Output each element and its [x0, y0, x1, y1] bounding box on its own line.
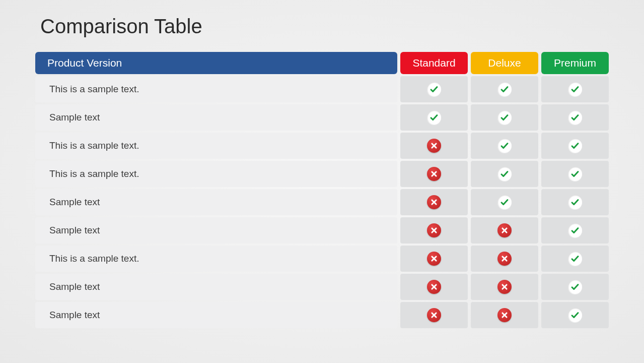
plan-cell [400, 161, 468, 187]
page-title: Comparison Table [40, 15, 609, 38]
plan-cell [471, 76, 538, 102]
cross-icon [427, 280, 441, 294]
cross-icon [497, 252, 512, 266]
plan-cell [471, 217, 538, 244]
cross-icon [427, 139, 441, 153]
plan-cell [541, 189, 609, 215]
check-icon [568, 167, 582, 181]
table-row: This is a sample text. [35, 133, 609, 159]
check-icon [497, 167, 512, 181]
cross-icon [427, 223, 441, 237]
check-icon [568, 82, 582, 96]
feature-label: Sample text [35, 274, 397, 300]
table-row: Sample text [35, 302, 609, 328]
plan-cell [541, 133, 609, 159]
check-icon [568, 280, 582, 294]
plan-cell [541, 274, 609, 300]
feature-label: Sample text [35, 104, 397, 131]
cross-icon [427, 195, 441, 209]
check-icon [568, 223, 582, 237]
feature-label: This is a sample text. [35, 161, 397, 187]
cross-icon [427, 167, 441, 181]
cross-icon [427, 308, 441, 322]
cross-icon [497, 223, 512, 237]
table-header-row: Product Version Standard Deluxe Premium [35, 52, 609, 74]
table-row: Sample text [35, 217, 609, 244]
plan-cell [471, 189, 538, 215]
plan-cell [471, 133, 538, 159]
table-row: Sample text [35, 274, 609, 300]
check-icon [568, 195, 582, 209]
table-row: Sample text [35, 189, 609, 215]
plan-cell [541, 76, 609, 102]
plan-cell [471, 302, 538, 328]
plan-cell [400, 104, 468, 131]
header-plan-standard: Standard [400, 52, 468, 74]
check-icon [427, 82, 441, 96]
header-feature: Product Version [35, 52, 397, 74]
check-icon [568, 110, 582, 125]
plan-cell [541, 161, 609, 187]
header-plan-premium: Premium [541, 52, 609, 74]
plan-cell [471, 246, 538, 272]
comparison-table: Product Version Standard Deluxe Premium … [35, 52, 609, 328]
feature-label: This is a sample text. [35, 246, 397, 272]
plan-cell [400, 133, 468, 159]
check-icon [497, 195, 512, 209]
check-icon [568, 139, 582, 153]
table-row: This is a sample text. [35, 246, 609, 272]
plan-cell [541, 217, 609, 244]
plan-cell [400, 274, 468, 300]
table-row: This is a sample text. [35, 161, 609, 187]
check-icon [497, 110, 512, 125]
plan-cell [471, 161, 538, 187]
plan-cell [541, 246, 609, 272]
check-icon [568, 308, 582, 322]
feature-label: This is a sample text. [35, 133, 397, 159]
plan-cell [471, 274, 538, 300]
cross-icon [497, 308, 512, 322]
plan-cell [541, 104, 609, 131]
feature-label: Sample text [35, 302, 397, 328]
cross-icon [497, 280, 512, 294]
feature-label: Sample text [35, 217, 397, 244]
plan-cell [400, 189, 468, 215]
plan-cell [541, 302, 609, 328]
plan-cell [400, 217, 468, 244]
cross-icon [427, 252, 441, 266]
check-icon [568, 252, 582, 266]
plan-cell [400, 76, 468, 102]
table-row: Sample text [35, 104, 609, 131]
plan-cell [471, 104, 538, 131]
header-plan-deluxe: Deluxe [471, 52, 538, 74]
plan-cell [400, 302, 468, 328]
feature-label: This is a sample text. [35, 76, 397, 102]
plan-cell [400, 246, 468, 272]
check-icon [497, 82, 512, 96]
feature-label: Sample text [35, 189, 397, 215]
check-icon [427, 110, 441, 125]
table-row: This is a sample text. [35, 76, 609, 102]
check-icon [497, 139, 512, 153]
